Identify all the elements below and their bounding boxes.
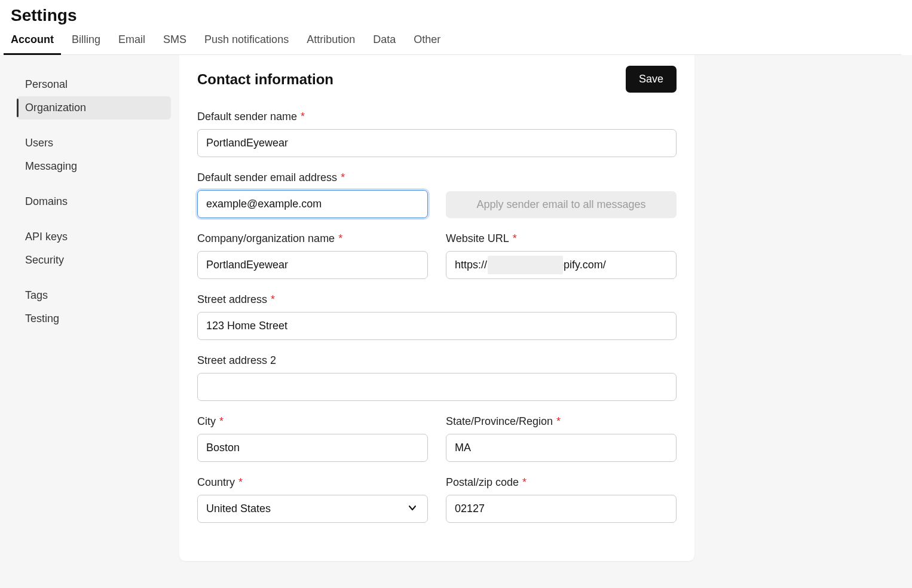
save-button[interactable]: Save (626, 66, 677, 93)
sender-email-input[interactable] (197, 190, 428, 218)
tab-email[interactable]: Email (118, 33, 145, 54)
tab-other[interactable]: Other (414, 33, 440, 54)
company-name-label: Company/organization name* (197, 232, 428, 245)
street-address-2-label: Street address 2 (197, 354, 677, 367)
country-label: Country* (197, 476, 428, 489)
sender-name-input[interactable] (197, 129, 677, 157)
sidebar-item-security[interactable]: Security (17, 249, 171, 272)
tab-push-notifications[interactable]: Push notifications (204, 33, 289, 54)
section-title: Contact information (197, 71, 333, 88)
city-input[interactable] (197, 434, 428, 462)
apply-sender-email-button[interactable]: Apply sender email to all messages (446, 191, 677, 218)
sidebar-item-testing[interactable]: Testing (17, 307, 171, 330)
main-content: Contact information Save Default sender … (179, 55, 694, 561)
tab-billing[interactable]: Billing (72, 33, 100, 54)
sender-name-label: Default sender name* (197, 111, 677, 123)
sidebar-item-users[interactable]: Users (17, 131, 171, 155)
tab-account[interactable]: Account (11, 33, 54, 54)
website-url-label: Website URL* (446, 232, 677, 245)
country-select[interactable] (197, 495, 428, 523)
street-address-input[interactable] (197, 312, 677, 340)
sidebar-item-organization[interactable]: Organization (17, 96, 171, 120)
sidebar-item-tags[interactable]: Tags (17, 284, 171, 307)
tab-attribution[interactable]: Attribution (307, 33, 355, 54)
street-address-label: Street address* (197, 293, 677, 306)
sidebar-item-personal[interactable]: Personal (17, 73, 171, 96)
tabs: AccountBillingEmailSMSPush notifications… (11, 33, 901, 55)
city-label: City* (197, 415, 428, 428)
sender-email-label: Default sender email address* (197, 172, 428, 184)
url-redacted-mask (488, 256, 563, 274)
sidebar-item-domains[interactable]: Domains (17, 190, 171, 213)
sidebar-item-messaging[interactable]: Messaging (17, 155, 171, 178)
postal-label: Postal/zip code* (446, 476, 677, 489)
tab-data[interactable]: Data (373, 33, 396, 54)
tab-sms[interactable]: SMS (163, 33, 186, 54)
sidebar-item-api-keys[interactable]: API keys (17, 225, 171, 249)
company-name-input[interactable] (197, 251, 428, 279)
postal-input[interactable] (446, 495, 677, 523)
sidebar: PersonalOrganizationUsersMessagingDomain… (0, 55, 179, 360)
state-label: State/Province/Region* (446, 415, 677, 428)
street-address-2-input[interactable] (197, 373, 677, 401)
page-title: Settings (11, 6, 901, 25)
state-input[interactable] (446, 434, 677, 462)
